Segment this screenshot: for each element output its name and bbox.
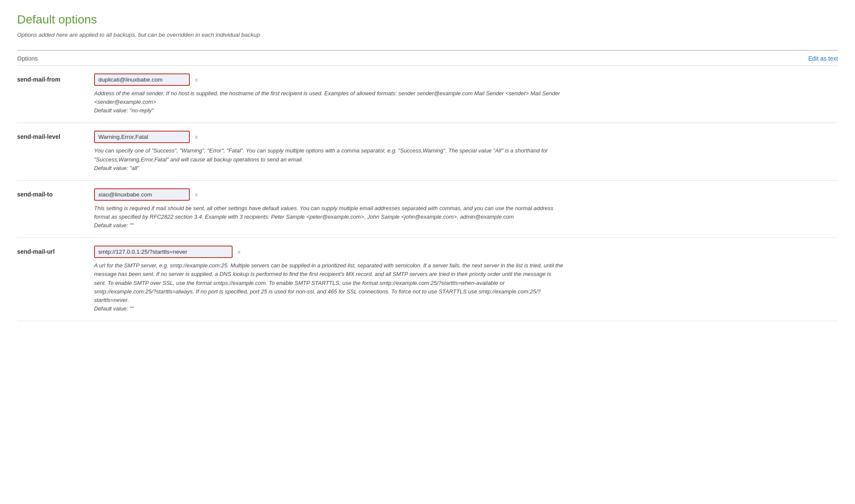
- option-content: xThis setting is required if mail should…: [94, 188, 838, 230]
- clear-button-send-mail-from[interactable]: x: [193, 76, 200, 84]
- input-row: x: [94, 73, 838, 86]
- option-input-send-mail-from[interactable]: [95, 74, 189, 85]
- option-description: You can specify one of "Success", "Warni…: [94, 147, 564, 172]
- clear-button-send-mail-to[interactable]: x: [193, 190, 200, 199]
- option-input-wrapper: [94, 73, 190, 86]
- option-content: xA url for the SMTP server, e.g. smtp://…: [94, 246, 838, 313]
- input-row: x: [94, 131, 838, 143]
- option-content: xAddress of the email sender. If no host…: [94, 73, 838, 115]
- options-label: Options: [17, 55, 38, 62]
- option-row: send-mail-urlxA url for the SMTP server,…: [17, 238, 838, 321]
- option-content: xYou can specify one of "Success", "Warn…: [94, 131, 838, 172]
- option-description: Address of the email sender. If no host …: [94, 89, 564, 115]
- option-name: send-mail-to: [17, 188, 94, 198]
- options-section: Options Edit as text send-mail-fromxAddr…: [17, 50, 838, 321]
- edit-as-text-link[interactable]: Edit as text: [808, 55, 838, 62]
- option-description: This setting is required if mail should …: [94, 204, 564, 230]
- options-container: send-mail-fromxAddress of the email send…: [17, 66, 838, 321]
- clear-button-send-mail-url[interactable]: x: [236, 248, 242, 256]
- page-subtitle: Options added here are applied to all ba…: [17, 32, 838, 38]
- input-row: x: [94, 246, 838, 258]
- option-description: A url for the SMTP server, e.g. smtp://e…: [94, 261, 564, 313]
- option-input-wrapper: [94, 246, 233, 258]
- input-row: x: [94, 188, 838, 201]
- page-title: Default options: [17, 13, 838, 26]
- option-input-wrapper: [94, 188, 190, 201]
- option-input-send-mail-url[interactable]: [95, 246, 232, 257]
- option-row: send-mail-levelxYou can specify one of "…: [17, 123, 838, 180]
- option-name: send-mail-url: [17, 246, 94, 255]
- option-name: send-mail-from: [17, 73, 94, 83]
- option-row: send-mail-fromxAddress of the email send…: [17, 66, 838, 123]
- clear-button-send-mail-level[interactable]: x: [193, 133, 200, 141]
- option-row: send-mail-toxThis setting is required if…: [17, 181, 838, 238]
- option-name: send-mail-level: [17, 131, 94, 140]
- options-header: Options Edit as text: [17, 51, 838, 66]
- option-input-send-mail-level[interactable]: [95, 132, 189, 142]
- option-input-wrapper: [94, 131, 190, 143]
- option-input-send-mail-to[interactable]: [95, 189, 189, 200]
